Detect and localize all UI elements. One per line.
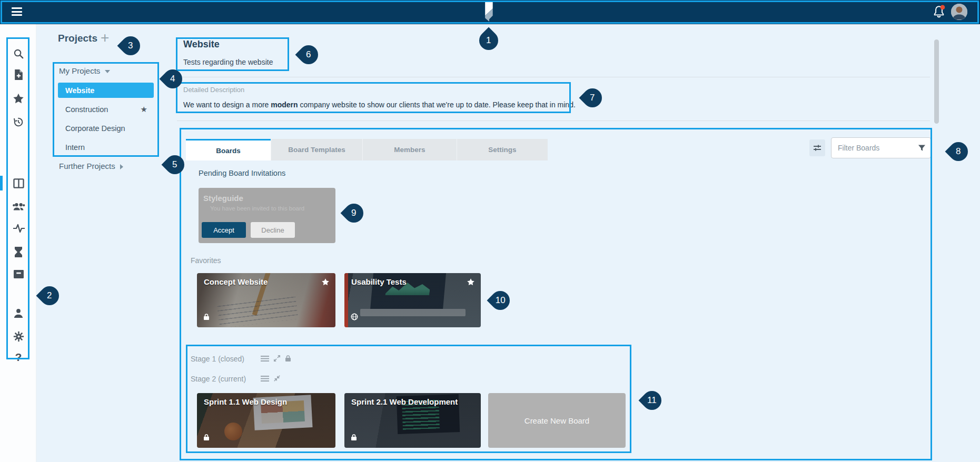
private-lock-icon — [203, 434, 210, 443]
callout-pin-11: 11 — [639, 387, 666, 414]
settings-gear-icon[interactable] — [13, 331, 24, 343]
star-icon: ★ — [141, 105, 147, 114]
history-icon[interactable] — [13, 116, 24, 128]
filter-funnel-icon[interactable] — [918, 144, 926, 154]
project-item-website[interactable]: Website — [58, 83, 154, 98]
board-card-usability-tests[interactable]: Usability Tests — [344, 273, 481, 327]
accept-button[interactable]: Accept — [202, 222, 246, 238]
callout-pin-4: 4 — [160, 66, 186, 93]
callout-pin-7: 7 — [579, 85, 606, 112]
description-text: We want to design a more modern company … — [183, 101, 576, 109]
callout-pin-10: 10 — [487, 287, 514, 314]
stage2-label: Stage 2 (current) — [191, 375, 246, 383]
new-document-icon[interactable] — [13, 69, 24, 81]
search-icon[interactable] — [13, 48, 24, 60]
further-projects-toggle[interactable]: Further Projects — [59, 162, 123, 170]
callout-pin-8: 8 — [945, 138, 972, 165]
project-item-corporate-design[interactable]: Corporate Design — [58, 119, 154, 138]
stage-list-icon[interactable] — [261, 355, 269, 364]
favorites-section-label: Favorites — [191, 256, 221, 265]
add-project-button[interactable]: + — [101, 29, 109, 46]
vertical-scrollbar-thumb[interactable] — [934, 39, 939, 124]
app-window: ? Projects + My Projects Website Constru… — [0, 0, 980, 462]
public-globe-icon — [351, 313, 358, 323]
stage-list-icon[interactable] — [261, 375, 269, 384]
board-card-sprint-1-1[interactable]: Sprint 1.1 Web Design — [197, 393, 335, 448]
menu-icon[interactable] — [12, 7, 22, 16]
active-section-indicator — [0, 176, 3, 190]
board-view-icon[interactable] — [13, 178, 24, 190]
expand-icon[interactable] — [273, 355, 281, 364]
board-card-sprint-2-1[interactable]: Sprint 2.1 Web Development — [344, 393, 481, 448]
callout-pin-2: 2 — [36, 283, 63, 309]
create-new-board-button[interactable]: Create New Board — [488, 393, 626, 448]
board-card-title: Sprint 2.1 Web Development — [351, 397, 458, 406]
my-projects-group[interactable]: My Projects — [59, 66, 110, 75]
team-icon[interactable] — [13, 202, 24, 213]
app-logo-icon[interactable] — [482, 2, 496, 22]
view-options-button[interactable] — [809, 139, 825, 156]
icon-sidebar: ? — [0, 24, 36, 462]
divider — [177, 120, 930, 121]
callout-pin-5: 5 — [162, 152, 189, 178]
filter-boards-field — [831, 137, 931, 158]
favorites-star-icon[interactable] — [13, 93, 24, 105]
callout-pin-9: 9 — [341, 200, 368, 227]
project-item-intern[interactable]: Intern — [58, 138, 154, 157]
time-tracking-hourglass-icon[interactable] — [13, 246, 24, 258]
pending-invitations-title: Pending Board Invitations — [199, 169, 285, 177]
account-icon[interactable] — [13, 308, 24, 319]
notifications-bell-icon[interactable] — [932, 5, 946, 19]
callout-pin-1: 1 — [476, 27, 502, 54]
page-title: Website — [183, 39, 220, 50]
tab-members[interactable]: Members — [362, 139, 457, 160]
top-navigation-bar — [0, 0, 980, 24]
user-avatar[interactable] — [951, 4, 967, 20]
help-icon[interactable]: ? — [13, 351, 24, 363]
private-lock-icon — [203, 313, 210, 323]
divider — [177, 77, 930, 77]
invitation-message: You have been invited to this board — [210, 205, 335, 212]
decline-button[interactable]: Decline — [251, 222, 295, 238]
tab-board-templates[interactable]: Board Templates — [271, 139, 362, 160]
stage1-label: Stage 1 (closed) — [191, 355, 244, 363]
collapse-icon[interactable] — [273, 375, 281, 384]
tab-settings[interactable]: Settings — [457, 139, 548, 160]
private-lock-icon — [351, 434, 357, 443]
description-label: Detailed Description — [183, 86, 244, 94]
board-card-title: Usability Tests — [351, 277, 407, 286]
favorite-star-icon[interactable] — [467, 278, 475, 288]
project-item-construction[interactable]: Construction★ — [58, 100, 154, 119]
my-projects-label: My Projects — [59, 66, 100, 75]
board-card-title: Sprint 1.1 Web Design — [204, 397, 287, 406]
board-card-title: Concept Website — [204, 277, 268, 286]
invitation-board-title: Styleguide — [203, 194, 335, 203]
lock-icon — [285, 355, 291, 364]
chevron-down-icon — [105, 70, 110, 73]
activity-pulse-icon[interactable] — [13, 224, 24, 235]
filter-boards-input[interactable] — [831, 137, 931, 158]
stage1-controls — [261, 355, 291, 364]
chevron-right-icon — [120, 164, 123, 169]
page-subtitle: Tests regarding the website — [183, 58, 273, 66]
invitation-card-styleguide: Styleguide You have been invited to this… — [199, 188, 335, 243]
favorite-star-icon[interactable] — [321, 278, 330, 288]
sliders-icon — [813, 143, 822, 153]
board-card-concept-website[interactable]: Concept Website — [197, 273, 335, 327]
project-list: Website Construction★ Corporate Design I… — [58, 83, 154, 157]
projects-panel-title: Projects — [58, 33, 97, 44]
archive-icon[interactable] — [13, 269, 24, 281]
tab-boards[interactable]: Boards — [186, 139, 271, 160]
callout-pin-6: 6 — [295, 42, 322, 68]
stage2-controls — [261, 375, 281, 384]
callout-pin-3: 3 — [117, 33, 144, 59]
